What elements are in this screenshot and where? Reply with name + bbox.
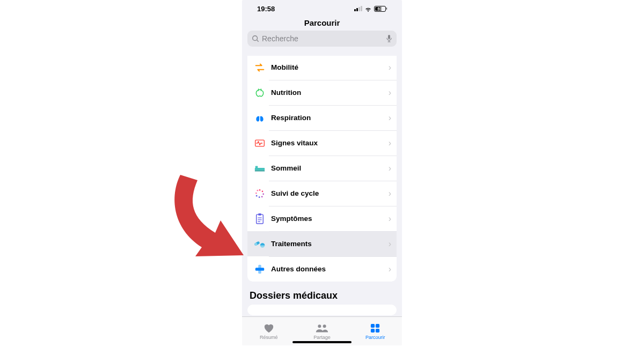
medications-icon: [253, 237, 267, 251]
row-label: Traitements: [271, 240, 312, 248]
row-nutrition[interactable]: Nutrition ›: [247, 80, 397, 105]
mobility-icon: [253, 61, 267, 75]
tab-label: Résumé: [260, 335, 278, 340]
microphone-icon[interactable]: [386, 34, 392, 43]
row-label: Autres données: [271, 265, 326, 273]
chevron-right-icon: ›: [389, 113, 391, 123]
row-cycle[interactable]: Suivi de cycle ›: [247, 181, 397, 206]
svg-point-8: [262, 190, 264, 192]
cycle-icon: [253, 187, 267, 201]
status-bar: 19:58 60: [242, 0, 402, 16]
svg-rect-16: [258, 213, 261, 216]
tab-parcourir[interactable]: Parcourir: [349, 317, 402, 345]
chevron-right-icon: ›: [389, 164, 391, 173]
row-mobility[interactable]: Mobilité ›: [247, 56, 397, 80]
home-indicator[interactable]: [292, 341, 352, 343]
row-sleep[interactable]: Sommeil ›: [247, 156, 397, 181]
vitals-icon: [253, 136, 267, 150]
svg-point-10: [261, 196, 263, 197]
page-title: Parcourir: [242, 16, 402, 31]
svg-point-11: [259, 196, 260, 198]
row-label: Respiration: [271, 114, 311, 122]
svg-rect-4: [255, 168, 265, 171]
svg-line-1: [257, 40, 259, 42]
chevron-right-icon: ›: [389, 214, 391, 224]
grid-icon: [370, 323, 380, 334]
row-label: Suivi de cycle: [271, 189, 319, 197]
search-input[interactable]: [262, 34, 386, 43]
wifi-icon: [364, 6, 372, 11]
svg-point-25: [318, 324, 321, 328]
search-bar[interactable]: [247, 31, 397, 47]
svg-rect-28: [376, 323, 379, 327]
row-vitals[interactable]: Signes vitaux ›: [247, 130, 397, 156]
row-label: Sommeil: [271, 164, 301, 172]
records-card: [247, 305, 397, 315]
phone-frame: 19:58 60 Parcourir: [242, 0, 402, 345]
annotation-arrow: [164, 169, 250, 277]
scroll-area[interactable]: Mobilité › Nutrition › Respiration ›: [242, 56, 402, 316]
svg-point-12: [256, 195, 258, 196]
cellular-icon: [354, 6, 362, 11]
row-other[interactable]: Autres données ›: [247, 256, 397, 282]
svg-rect-5: [255, 170, 265, 171]
svg-point-14: [257, 189, 259, 191]
row-label: Signes vitaux: [271, 139, 318, 147]
row-respiration[interactable]: Respiration ›: [247, 105, 397, 130]
row-label: Symptômes: [271, 215, 312, 223]
people-icon: [315, 323, 329, 334]
svg-point-7: [259, 189, 261, 191]
svg-rect-6: [255, 166, 258, 168]
respiration-icon: [253, 111, 267, 125]
tab-label: Parcourir: [365, 335, 385, 340]
svg-rect-15: [257, 214, 264, 223]
svg-rect-2: [388, 35, 390, 39]
chevron-right-icon: ›: [389, 239, 391, 249]
svg-rect-27: [371, 323, 375, 327]
tab-label: Partage: [313, 335, 331, 340]
chevron-right-icon: ›: [389, 138, 391, 148]
row-label: Nutrition: [271, 88, 301, 97]
section-medical-records: Dossiers médicaux: [250, 290, 397, 301]
chevron-right-icon: ›: [389, 88, 391, 98]
chevron-right-icon: ›: [389, 63, 391, 72]
battery-icon: 60: [374, 6, 387, 12]
search-icon: [252, 35, 259, 42]
symptoms-icon: [253, 212, 267, 226]
tab-resume[interactable]: Résumé: [242, 317, 295, 345]
row-symptoms[interactable]: Symptômes ›: [247, 206, 397, 231]
svg-rect-30: [376, 328, 379, 332]
row-label: Mobilité: [271, 63, 298, 71]
svg-point-9: [262, 193, 264, 195]
chevron-right-icon: ›: [389, 189, 391, 198]
sleep-icon: [253, 161, 267, 175]
categories-card: Mobilité › Nutrition › Respiration ›: [247, 56, 397, 282]
other-icon: [253, 262, 267, 276]
nutrition-icon: [253, 86, 267, 100]
svg-point-26: [323, 324, 326, 328]
status-indicators: 60: [354, 6, 387, 12]
chevron-right-icon: ›: [389, 264, 391, 274]
svg-rect-29: [371, 328, 375, 332]
svg-rect-24: [255, 268, 265, 271]
row-medications[interactable]: Traitements ›: [247, 231, 397, 256]
heart-icon: [263, 323, 275, 334]
svg-point-13: [255, 192, 257, 194]
status-time: 19:58: [257, 5, 275, 13]
